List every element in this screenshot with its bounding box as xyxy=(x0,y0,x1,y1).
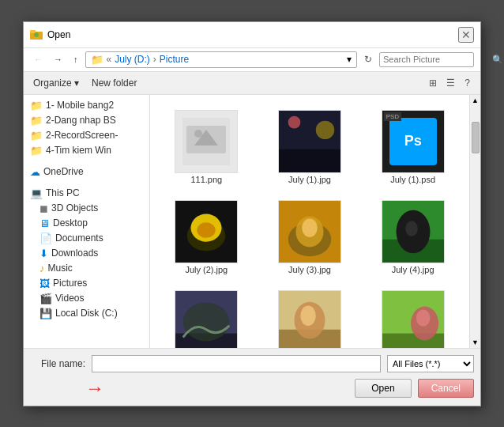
pictures-label: Pictures xyxy=(53,278,87,289)
sidebar-item-downloads[interactable]: ⬇ Downloads xyxy=(24,246,149,261)
folder-icon xyxy=(30,28,43,41)
sidebar-item-folder1[interactable]: 📁 1- Mobile bang2 xyxy=(24,98,149,113)
file-item-3[interactable]: July (2).jpg xyxy=(156,191,257,278)
sidebar-divider2 xyxy=(24,179,149,186)
sidebar-item-pictures[interactable]: 🖼 Pictures xyxy=(24,276,149,291)
cancel-button[interactable]: Cancel xyxy=(418,379,474,398)
folder4-label: 4-Tim kiem Win xyxy=(46,145,111,156)
sidebar-item-folder4[interactable]: 📁 4-Tim kiem Win xyxy=(24,143,149,158)
file-item-7[interactable]: July (7).jpg xyxy=(260,282,360,348)
help-button[interactable]: ? xyxy=(461,75,474,91)
file-thumb-5 xyxy=(382,200,445,263)
action-bar: Organize ▾ New folder ⊞ ☰ ? xyxy=(24,72,480,95)
footer-row1: File name: All Files (*.*) xyxy=(30,355,474,372)
list-view-button[interactable]: ☰ xyxy=(442,75,459,91)
breadcrumb-drive: July (D:) xyxy=(115,54,150,65)
3d-objects-label: 3D Objects xyxy=(51,202,98,214)
search-icon: 🔍 xyxy=(492,55,503,65)
file-thumb-4 xyxy=(278,200,341,263)
documents-icon: 📄 xyxy=(39,232,52,244)
onedrive-icon: ☁ xyxy=(30,166,40,178)
file-item-8[interactable]: July (9).jpg xyxy=(363,282,463,348)
videos-label: Videos xyxy=(55,293,84,304)
svg-rect-31 xyxy=(382,333,444,347)
svg-point-33 xyxy=(416,309,431,326)
svg-point-6 xyxy=(194,130,202,138)
file-item-0[interactable]: 111.png xyxy=(156,101,257,188)
refresh-button[interactable]: ↻ xyxy=(360,51,376,67)
file-item-2[interactable]: PSD Ps July (1).psd xyxy=(363,101,463,188)
file-item-5[interactable]: July (4).jpg xyxy=(363,191,463,278)
file-item-6[interactable]: July (5).jpg xyxy=(156,282,257,348)
svg-rect-10 xyxy=(279,149,340,172)
file-label-3: July (2).jpg xyxy=(185,265,228,274)
svg-rect-1 xyxy=(30,30,36,33)
sidebar-item-desktop[interactable]: 🖥 Desktop xyxy=(24,216,149,231)
scroll-up-button[interactable]: ▲ xyxy=(470,95,481,106)
psd-badge: PSD xyxy=(384,112,401,121)
open-button[interactable]: Open xyxy=(355,379,411,398)
svg-point-22 xyxy=(405,221,418,236)
search-input[interactable] xyxy=(383,55,492,64)
main-content: 📁 1- Mobile bang2 📁 2-Dang nhap BS 📁 2-R… xyxy=(24,95,480,348)
dialog-title: Open xyxy=(47,29,70,40)
breadcrumb[interactable]: 📁 « July (D:) › Picture ▾ xyxy=(85,51,358,68)
folder2-icon: 📁 xyxy=(30,115,43,127)
sidebar-divider1 xyxy=(24,158,149,164)
file-item-4[interactable]: July (3).jpg xyxy=(260,191,360,278)
sidebar-item-folder2[interactable]: 📁 2-Dang nhap BS xyxy=(24,113,149,128)
sidebar-item-music[interactable]: ♪ Music xyxy=(24,261,149,276)
file-name-input[interactable] xyxy=(92,355,381,372)
scroll-thumb[interactable] xyxy=(472,122,480,153)
3d-objects-icon: ◼ xyxy=(39,202,48,214)
search-bar: 🔍 xyxy=(379,52,474,67)
file-label-0: 111.png xyxy=(190,175,222,184)
sidebar-item-this-pc[interactable]: 💻 This PC xyxy=(24,186,149,201)
organize-button[interactable]: Organize ▾ xyxy=(30,76,82,90)
sidebar-item-folder3[interactable]: 📁 2-RecordScreen- xyxy=(24,128,149,143)
file-thumb-3 xyxy=(175,200,238,263)
svg-point-25 xyxy=(183,302,230,341)
title-bar-left: Open xyxy=(30,28,70,41)
downloads-icon: ⬇ xyxy=(39,248,48,259)
local-disk-icon: 💾 xyxy=(39,308,52,319)
breadcrumb-folder: Picture xyxy=(160,54,189,65)
sidebar-item-onedrive[interactable]: ☁ OneDrive xyxy=(24,164,149,179)
svg-point-29 xyxy=(300,305,316,325)
folder3-label: 2-RecordScreen- xyxy=(46,130,118,141)
music-label: Music xyxy=(48,263,73,274)
forward-button[interactable]: → xyxy=(50,52,66,66)
downloads-label: Downloads xyxy=(51,248,98,259)
new-folder-button[interactable]: New folder xyxy=(88,76,140,90)
file-thumb-7 xyxy=(278,290,341,348)
nav-toolbar: ← → ↑ 📁 « July (D:) › Picture ▾ ↻ 🔍 xyxy=(24,48,480,72)
documents-label: Documents xyxy=(55,232,103,244)
title-bar: Open ✕ xyxy=(24,22,480,48)
back-button[interactable]: ← xyxy=(30,52,47,66)
grid-view-button[interactable]: ⊞ xyxy=(425,75,441,91)
scrollbar[interactable]: ▲ ▼ xyxy=(469,95,480,348)
sidebar-item-3d-objects[interactable]: ◼ 3D Objects xyxy=(24,201,149,216)
svg-point-8 xyxy=(288,115,301,128)
svg-point-9 xyxy=(316,120,334,138)
sidebar-item-local-disk[interactable]: 💾 Local Disk (C:) xyxy=(24,306,149,321)
up-button[interactable]: ↑ xyxy=(70,52,82,66)
folder2-label: 2-Dang nhap BS xyxy=(46,115,116,126)
scroll-down-button[interactable]: ▼ xyxy=(470,337,481,348)
sidebar-item-videos[interactable]: 🎬 Videos xyxy=(24,291,149,306)
close-button[interactable]: ✕ xyxy=(458,27,474,43)
psd-icon: Ps xyxy=(389,118,437,165)
onedrive-label: OneDrive xyxy=(43,166,84,177)
file-thumb-0 xyxy=(175,110,238,173)
file-label-4: July (3).jpg xyxy=(288,265,331,274)
this-pc-icon: 💻 xyxy=(30,187,43,199)
local-disk-label: Local Disk (C:) xyxy=(55,308,118,319)
file-item-1[interactable]: July (1).jpg xyxy=(260,101,360,188)
folder3-icon: 📁 xyxy=(30,130,43,142)
sidebar-item-documents[interactable]: 📄 Documents xyxy=(24,231,149,246)
file-thumb-8 xyxy=(382,290,445,348)
view-controls: ⊞ ☰ ? xyxy=(425,75,474,91)
svg-point-14 xyxy=(197,222,216,238)
this-pc-label: This PC xyxy=(46,187,80,198)
file-type-dropdown[interactable]: All Files (*.*) xyxy=(387,355,474,372)
